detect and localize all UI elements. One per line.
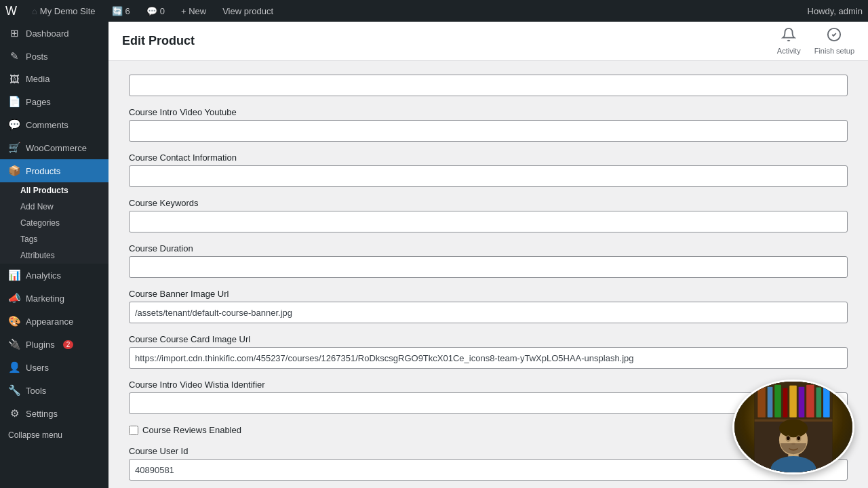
sidebar-label-media: Media — [26, 74, 50, 84]
settings-icon: ⚙ — [8, 407, 20, 420]
sidebar-item-users[interactable]: 👤 Users — [0, 356, 108, 379]
svg-rect-8 — [799, 387, 805, 418]
input-course-course-card-image-url[interactable] — [129, 347, 848, 369]
label-course-intro-video-wistia-identifier: Course Intro Video Wistia Identifier — [129, 380, 848, 390]
svg-rect-5 — [774, 385, 781, 418]
input-course-intro-video-youtube[interactable] — [129, 120, 848, 142]
comments-count: 0 — [160, 6, 165, 16]
activity-label: Activity — [777, 47, 801, 55]
sidebar-label-woocommerce: WooCommerce — [26, 143, 87, 153]
finish-setup-label: Finish setup — [814, 47, 854, 55]
posts-icon: ✎ — [8, 50, 20, 62]
woocommerce-icon: 🛒 — [8, 142, 20, 154]
collapse-menu-button[interactable]: Collapse menu — [0, 425, 108, 445]
adminbar-view-product[interactable]: View product — [218, 0, 277, 22]
howdy-text: Howdy, admin — [808, 6, 863, 16]
submenu-all-products[interactable]: All Products — [0, 182, 108, 199]
webcam-feed — [734, 382, 852, 472]
submenu-tags[interactable]: Tags — [0, 231, 108, 247]
label-course-course-card-image-url: Course Course Card Image Url — [129, 334, 848, 344]
svg-rect-11 — [823, 386, 830, 418]
sidebar-item-plugins[interactable]: 🔌 Plugins 2 — [0, 333, 108, 356]
adminbar-howdy: Howdy, admin — [808, 6, 863, 16]
sidebar-item-pages[interactable]: 📄 Pages — [0, 90, 108, 113]
sidebar-label-pages: Pages — [26, 97, 51, 107]
page-title: Edit Product — [122, 34, 195, 48]
wp-logo[interactable]: W — [5, 4, 17, 18]
content-header: Edit Product Activity — [108, 22, 868, 61]
svg-rect-10 — [816, 388, 822, 418]
input-course-banner-image-url[interactable] — [129, 302, 848, 323]
adminbar-updates[interactable]: 🔄 6 — [108, 0, 134, 22]
admin-bar: W ⌂ My Demo Site 🔄 6 💬 0 + New View prod… — [0, 0, 868, 22]
sidebar-item-settings[interactable]: ⚙ Settings — [0, 402, 108, 425]
svg-point-15 — [779, 420, 808, 438]
field-course-duration: Course Duration — [129, 243, 848, 278]
label-course-intro-video-youtube: Course Intro Video Youtube — [129, 107, 848, 117]
sidebar-label-marketing: Marketing — [26, 293, 64, 304]
analytics-icon: 📊 — [8, 269, 20, 281]
sidebar-item-appearance[interactable]: 🎨 Appearance — [0, 310, 108, 333]
new-label: + New — [181, 6, 206, 16]
sidebar-label-comments: Comments — [26, 120, 68, 130]
field-top-blank — [129, 75, 848, 96]
collapse-menu-label: Collapse menu — [8, 430, 62, 440]
sidebar-item-marketing[interactable]: 📣 Marketing — [0, 287, 108, 310]
label-course-contact-information: Course Contact Information — [129, 152, 848, 163]
activity-icon — [781, 27, 796, 45]
pages-icon: 📄 — [8, 96, 20, 108]
sidebar-item-products[interactable]: 📦 Products — [0, 159, 108, 182]
input-top-blank[interactable] — [129, 75, 848, 96]
sidebar-label-posts: Posts — [26, 52, 48, 62]
products-submenu: All Products Add New Categories Tags Att… — [0, 182, 108, 264]
sidebar-item-posts[interactable]: ✎ Posts — [0, 45, 108, 68]
sidebar-item-woocommerce[interactable]: 🛒 WooCommerce — [0, 136, 108, 159]
finish-setup-button[interactable]: Finish setup — [814, 27, 854, 55]
field-course-banner-image-url: Course Banner Image Url — [129, 289, 848, 323]
input-course-keywords[interactable] — [129, 211, 848, 232]
finish-setup-icon — [827, 27, 842, 45]
dashboard-icon: ⊞ — [8, 27, 20, 39]
submenu-categories[interactable]: Categories — [0, 215, 108, 231]
adminbar-site[interactable]: ⌂ My Demo Site — [28, 0, 100, 22]
sidebar-item-media[interactable]: 🖼 Media — [0, 68, 108, 90]
users-icon: 👤 — [8, 361, 20, 373]
view-product-label: View product — [222, 6, 273, 16]
sidebar-label-dashboard: Dashboard — [26, 28, 69, 39]
sidebar-label-appearance: Appearance — [26, 317, 73, 327]
field-course-user-id: Course User Id — [129, 446, 848, 481]
field-course-keywords: Course Keywords — [129, 198, 848, 232]
input-course-contact-information[interactable] — [129, 165, 848, 187]
updates-count: 6 — [125, 6, 130, 16]
sidebar-item-comments[interactable]: 💬 Comments — [0, 113, 108, 136]
svg-rect-3 — [757, 385, 765, 418]
field-course-course-card-image-url: Course Course Card Image Url — [129, 334, 848, 369]
activity-button[interactable]: Activity — [777, 27, 801, 55]
label-course-reviews-enabled[interactable]: Course Reviews Enabled — [142, 425, 241, 435]
adminbar-comments[interactable]: 💬 0 — [142, 0, 169, 22]
appearance-icon: 🎨 — [8, 315, 20, 327]
svg-point-18 — [787, 436, 790, 440]
checkbox-course-reviews-enabled[interactable] — [129, 426, 138, 435]
input-course-user-id[interactable] — [129, 459, 848, 481]
field-course-contact-information: Course Contact Information — [129, 152, 848, 187]
svg-rect-4 — [768, 387, 773, 418]
sidebar-item-tools[interactable]: 🔧 Tools — [0, 379, 108, 402]
sidebar-label-products: Products — [26, 166, 60, 176]
svg-rect-6 — [783, 388, 788, 418]
svg-rect-9 — [806, 385, 814, 418]
adminbar-new[interactable]: + New — [177, 0, 210, 22]
site-name: My Demo Site — [40, 6, 96, 16]
input-course-duration[interactable] — [129, 256, 848, 278]
sidebar-item-analytics[interactable]: 📊 Analytics — [0, 264, 108, 287]
submenu-add-new[interactable]: Add New — [0, 199, 108, 215]
sidebar-label-tools: Tools — [26, 386, 46, 396]
label-course-keywords: Course Keywords — [129, 198, 848, 208]
plugins-badge: 2 — [63, 340, 74, 349]
sidebar-label-analytics: Analytics — [26, 270, 61, 281]
submenu-attributes[interactable]: Attributes — [0, 247, 108, 264]
sidebar-label-plugins: Plugins — [26, 340, 55, 350]
sidebar-item-dashboard[interactable]: ⊞ Dashboard — [0, 22, 108, 45]
svg-point-19 — [797, 436, 800, 440]
admin-sidebar: ⊞ Dashboard ✎ Posts 🖼 Media 📄 Pages 💬 Co… — [0, 22, 108, 488]
